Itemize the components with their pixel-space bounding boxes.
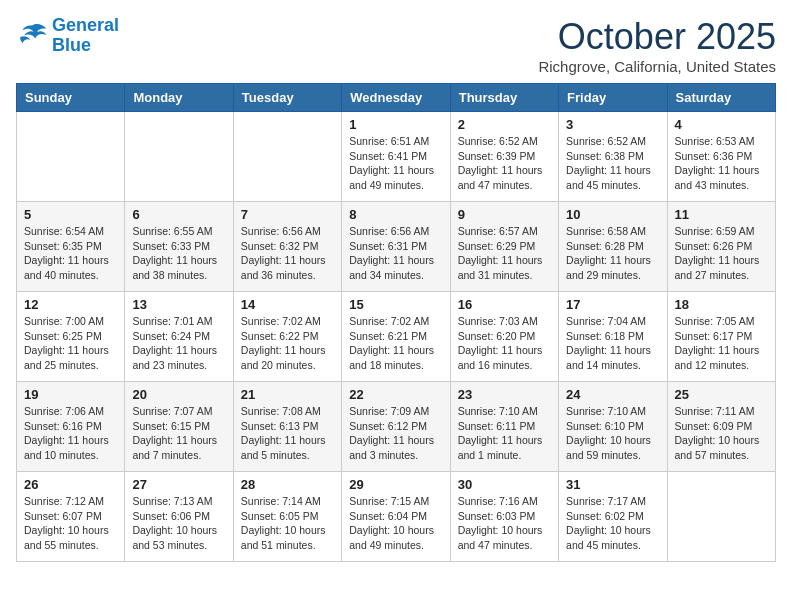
calendar-cell bbox=[125, 112, 233, 202]
weekday-header: Thursday bbox=[450, 84, 558, 112]
calendar-cell: 20Sunrise: 7:07 AM Sunset: 6:15 PM Dayli… bbox=[125, 382, 233, 472]
month-title: October 2025 bbox=[538, 16, 776, 58]
day-info: Sunrise: 7:06 AM Sunset: 6:16 PM Dayligh… bbox=[24, 404, 117, 463]
day-info: Sunrise: 6:56 AM Sunset: 6:31 PM Dayligh… bbox=[349, 224, 442, 283]
day-number: 10 bbox=[566, 207, 659, 222]
logo-icon bbox=[16, 22, 48, 50]
calendar-cell: 25Sunrise: 7:11 AM Sunset: 6:09 PM Dayli… bbox=[667, 382, 775, 472]
calendar-cell: 3Sunrise: 6:52 AM Sunset: 6:38 PM Daylig… bbox=[559, 112, 667, 202]
calendar-cell: 27Sunrise: 7:13 AM Sunset: 6:06 PM Dayli… bbox=[125, 472, 233, 562]
weekday-header: Wednesday bbox=[342, 84, 450, 112]
day-info: Sunrise: 7:11 AM Sunset: 6:09 PM Dayligh… bbox=[675, 404, 768, 463]
day-info: Sunrise: 7:10 AM Sunset: 6:10 PM Dayligh… bbox=[566, 404, 659, 463]
calendar-cell: 24Sunrise: 7:10 AM Sunset: 6:10 PM Dayli… bbox=[559, 382, 667, 472]
calendar-cell: 1Sunrise: 6:51 AM Sunset: 6:41 PM Daylig… bbox=[342, 112, 450, 202]
calendar-cell: 30Sunrise: 7:16 AM Sunset: 6:03 PM Dayli… bbox=[450, 472, 558, 562]
calendar-cell bbox=[233, 112, 341, 202]
calendar-week-row: 5Sunrise: 6:54 AM Sunset: 6:35 PM Daylig… bbox=[17, 202, 776, 292]
day-number: 21 bbox=[241, 387, 334, 402]
day-info: Sunrise: 6:51 AM Sunset: 6:41 PM Dayligh… bbox=[349, 134, 442, 193]
day-number: 27 bbox=[132, 477, 225, 492]
day-number: 8 bbox=[349, 207, 442, 222]
weekday-header: Sunday bbox=[17, 84, 125, 112]
day-info: Sunrise: 7:08 AM Sunset: 6:13 PM Dayligh… bbox=[241, 404, 334, 463]
day-number: 29 bbox=[349, 477, 442, 492]
day-number: 13 bbox=[132, 297, 225, 312]
day-number: 19 bbox=[24, 387, 117, 402]
day-number: 11 bbox=[675, 207, 768, 222]
logo: General Blue bbox=[16, 16, 119, 56]
day-number: 7 bbox=[241, 207, 334, 222]
page-header: General Blue October 2025 Richgrove, Cal… bbox=[16, 16, 776, 75]
calendar-cell: 10Sunrise: 6:58 AM Sunset: 6:28 PM Dayli… bbox=[559, 202, 667, 292]
calendar-cell: 6Sunrise: 6:55 AM Sunset: 6:33 PM Daylig… bbox=[125, 202, 233, 292]
day-number: 9 bbox=[458, 207, 551, 222]
calendar-cell: 8Sunrise: 6:56 AM Sunset: 6:31 PM Daylig… bbox=[342, 202, 450, 292]
day-info: Sunrise: 6:53 AM Sunset: 6:36 PM Dayligh… bbox=[675, 134, 768, 193]
day-number: 25 bbox=[675, 387, 768, 402]
day-info: Sunrise: 7:03 AM Sunset: 6:20 PM Dayligh… bbox=[458, 314, 551, 373]
day-info: Sunrise: 7:05 AM Sunset: 6:17 PM Dayligh… bbox=[675, 314, 768, 373]
calendar-week-row: 12Sunrise: 7:00 AM Sunset: 6:25 PM Dayli… bbox=[17, 292, 776, 382]
day-number: 17 bbox=[566, 297, 659, 312]
day-info: Sunrise: 6:58 AM Sunset: 6:28 PM Dayligh… bbox=[566, 224, 659, 283]
day-number: 28 bbox=[241, 477, 334, 492]
day-info: Sunrise: 6:56 AM Sunset: 6:32 PM Dayligh… bbox=[241, 224, 334, 283]
day-info: Sunrise: 6:57 AM Sunset: 6:29 PM Dayligh… bbox=[458, 224, 551, 283]
calendar-header-row: SundayMondayTuesdayWednesdayThursdayFrid… bbox=[17, 84, 776, 112]
calendar-cell: 14Sunrise: 7:02 AM Sunset: 6:22 PM Dayli… bbox=[233, 292, 341, 382]
day-info: Sunrise: 7:02 AM Sunset: 6:21 PM Dayligh… bbox=[349, 314, 442, 373]
day-number: 20 bbox=[132, 387, 225, 402]
calendar-week-row: 26Sunrise: 7:12 AM Sunset: 6:07 PM Dayli… bbox=[17, 472, 776, 562]
calendar-cell: 9Sunrise: 6:57 AM Sunset: 6:29 PM Daylig… bbox=[450, 202, 558, 292]
location-label: Richgrove, California, United States bbox=[538, 58, 776, 75]
day-number: 15 bbox=[349, 297, 442, 312]
calendar-cell: 15Sunrise: 7:02 AM Sunset: 6:21 PM Dayli… bbox=[342, 292, 450, 382]
calendar-cell: 26Sunrise: 7:12 AM Sunset: 6:07 PM Dayli… bbox=[17, 472, 125, 562]
day-info: Sunrise: 7:04 AM Sunset: 6:18 PM Dayligh… bbox=[566, 314, 659, 373]
day-info: Sunrise: 7:16 AM Sunset: 6:03 PM Dayligh… bbox=[458, 494, 551, 553]
calendar-cell: 5Sunrise: 6:54 AM Sunset: 6:35 PM Daylig… bbox=[17, 202, 125, 292]
day-number: 14 bbox=[241, 297, 334, 312]
day-info: Sunrise: 7:09 AM Sunset: 6:12 PM Dayligh… bbox=[349, 404, 442, 463]
calendar-cell: 31Sunrise: 7:17 AM Sunset: 6:02 PM Dayli… bbox=[559, 472, 667, 562]
day-number: 5 bbox=[24, 207, 117, 222]
calendar-cell: 7Sunrise: 6:56 AM Sunset: 6:32 PM Daylig… bbox=[233, 202, 341, 292]
calendar-cell: 4Sunrise: 6:53 AM Sunset: 6:36 PM Daylig… bbox=[667, 112, 775, 202]
day-info: Sunrise: 7:12 AM Sunset: 6:07 PM Dayligh… bbox=[24, 494, 117, 553]
weekday-header: Tuesday bbox=[233, 84, 341, 112]
day-number: 12 bbox=[24, 297, 117, 312]
day-number: 23 bbox=[458, 387, 551, 402]
calendar-cell: 16Sunrise: 7:03 AM Sunset: 6:20 PM Dayli… bbox=[450, 292, 558, 382]
day-info: Sunrise: 7:10 AM Sunset: 6:11 PM Dayligh… bbox=[458, 404, 551, 463]
weekday-header: Monday bbox=[125, 84, 233, 112]
day-number: 30 bbox=[458, 477, 551, 492]
day-info: Sunrise: 7:14 AM Sunset: 6:05 PM Dayligh… bbox=[241, 494, 334, 553]
day-info: Sunrise: 6:52 AM Sunset: 6:38 PM Dayligh… bbox=[566, 134, 659, 193]
calendar-cell: 12Sunrise: 7:00 AM Sunset: 6:25 PM Dayli… bbox=[17, 292, 125, 382]
calendar-cell: 18Sunrise: 7:05 AM Sunset: 6:17 PM Dayli… bbox=[667, 292, 775, 382]
calendar-cell: 17Sunrise: 7:04 AM Sunset: 6:18 PM Dayli… bbox=[559, 292, 667, 382]
day-number: 3 bbox=[566, 117, 659, 132]
day-info: Sunrise: 7:13 AM Sunset: 6:06 PM Dayligh… bbox=[132, 494, 225, 553]
day-info: Sunrise: 6:52 AM Sunset: 6:39 PM Dayligh… bbox=[458, 134, 551, 193]
calendar-cell: 2Sunrise: 6:52 AM Sunset: 6:39 PM Daylig… bbox=[450, 112, 558, 202]
calendar-cell: 23Sunrise: 7:10 AM Sunset: 6:11 PM Dayli… bbox=[450, 382, 558, 472]
day-info: Sunrise: 7:01 AM Sunset: 6:24 PM Dayligh… bbox=[132, 314, 225, 373]
calendar-table: SundayMondayTuesdayWednesdayThursdayFrid… bbox=[16, 83, 776, 562]
day-number: 1 bbox=[349, 117, 442, 132]
day-number: 4 bbox=[675, 117, 768, 132]
title-section: October 2025 Richgrove, California, Unit… bbox=[538, 16, 776, 75]
logo-text: General Blue bbox=[52, 16, 119, 56]
calendar-week-row: 19Sunrise: 7:06 AM Sunset: 6:16 PM Dayli… bbox=[17, 382, 776, 472]
calendar-cell: 28Sunrise: 7:14 AM Sunset: 6:05 PM Dayli… bbox=[233, 472, 341, 562]
day-number: 26 bbox=[24, 477, 117, 492]
day-info: Sunrise: 7:07 AM Sunset: 6:15 PM Dayligh… bbox=[132, 404, 225, 463]
day-info: Sunrise: 7:15 AM Sunset: 6:04 PM Dayligh… bbox=[349, 494, 442, 553]
day-number: 18 bbox=[675, 297, 768, 312]
day-number: 16 bbox=[458, 297, 551, 312]
day-info: Sunrise: 7:00 AM Sunset: 6:25 PM Dayligh… bbox=[24, 314, 117, 373]
weekday-header: Saturday bbox=[667, 84, 775, 112]
calendar-cell bbox=[17, 112, 125, 202]
day-number: 2 bbox=[458, 117, 551, 132]
